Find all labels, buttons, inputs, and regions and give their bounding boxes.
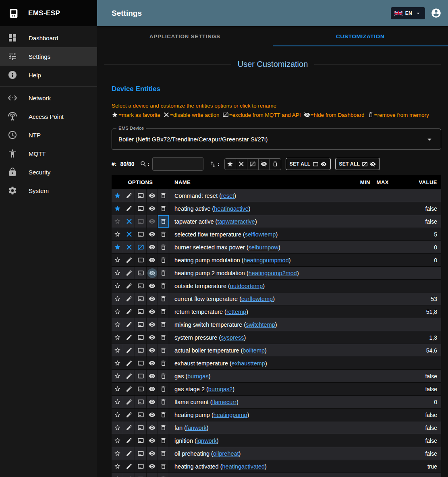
remove-toggle[interactable] (158, 202, 169, 215)
mqtt-exclude-toggle[interactable] (135, 409, 147, 421)
visibility-toggle[interactable] (147, 434, 158, 447)
entity-row[interactable]: fan (fanwork)false (112, 421, 441, 434)
favorite-toggle[interactable] (112, 421, 123, 434)
entity-row[interactable]: tapwater active (tapwateractive)false (112, 215, 441, 228)
favorite-toggle[interactable] (112, 357, 123, 369)
entity-id-link[interactable]: heatingactivated (222, 463, 265, 470)
entity-name[interactable]: oil preheating (oilpreheat) (169, 450, 353, 457)
favorite-toggle[interactable] (112, 267, 123, 279)
entity-id-link[interactable]: syspress (221, 334, 244, 341)
entity-name[interactable]: current flow temperature (curflowtemp) (169, 296, 353, 302)
entity-id-link[interactable]: heatingpump2mod (249, 270, 297, 276)
write-action-toggle[interactable] (123, 344, 135, 357)
entity-name[interactable]: tapwater active (tapwateractive) (169, 218, 353, 225)
tab-application-settings[interactable]: APPLICATION SETTINGS (97, 26, 273, 46)
set-all-show-button[interactable]: SET ALL (286, 158, 331, 170)
entity-id-link[interactable]: exhausttemp (232, 360, 265, 367)
entity-row[interactable]: Command: reset (reset) (112, 189, 441, 202)
entity-row[interactable]: gas (burngas)false (112, 369, 441, 382)
mqtt-exclude-toggle[interactable] (135, 305, 147, 318)
entity-row[interactable] (112, 473, 441, 477)
remove-toggle[interactable] (158, 228, 169, 241)
filter-favorite-button[interactable] (224, 158, 236, 170)
visibility-toggle[interactable] (147, 318, 158, 331)
entity-id-link[interactable]: heatingpump (214, 412, 247, 418)
favorite-toggle[interactable] (112, 344, 123, 357)
mqtt-exclude-toggle[interactable] (135, 228, 147, 241)
mqtt-exclude-toggle[interactable] (135, 447, 147, 460)
visibility-toggle[interactable] (147, 396, 158, 408)
write-action-toggle[interactable] (123, 280, 135, 292)
favorite-toggle[interactable] (112, 228, 123, 241)
tab-customization[interactable]: CUSTOMIZATION (273, 26, 448, 46)
entity-row[interactable]: system pressure (syspress)1,3 (112, 331, 441, 344)
mqtt-exclude-toggle[interactable] (135, 318, 147, 331)
write-action-toggle[interactable] (123, 331, 135, 344)
entity-id-link[interactable]: boiltemp (243, 347, 265, 354)
remove-toggle[interactable] (158, 434, 169, 447)
filter-write-button[interactable] (236, 158, 247, 170)
entity-name[interactable]: gas (burngas) (169, 373, 353, 380)
entity-name[interactable]: outside temperature (outdoortemp) (169, 283, 353, 289)
mqtt-exclude-toggle[interactable] (135, 344, 147, 357)
write-action-toggle[interactable] (123, 228, 135, 241)
favorite-toggle[interactable] (112, 241, 123, 253)
entity-row[interactable]: ignition (ignwork)false (112, 434, 441, 447)
visibility-toggle[interactable] (147, 305, 158, 318)
write-action-toggle[interactable] (123, 215, 135, 228)
remove-toggle[interactable] (158, 396, 169, 408)
entity-name[interactable]: heating active (heatingactive) (169, 205, 353, 212)
write-action-toggle[interactable] (123, 409, 135, 421)
write-action-toggle[interactable] (123, 460, 135, 473)
entity-name[interactable]: fan (fanwork) (169, 425, 353, 431)
entity-row[interactable]: heating pump (heatingpump)false (112, 408, 441, 421)
write-action-toggle[interactable] (123, 421, 135, 434)
entity-name[interactable]: ignition (ignwork) (169, 438, 353, 444)
entity-id-link[interactable]: fanwork (186, 425, 207, 431)
favorite-toggle[interactable] (112, 383, 123, 395)
entity-name[interactable]: flame current (flamecurr) (169, 399, 353, 405)
remove-toggle[interactable] (158, 370, 169, 382)
remove-toggle[interactable] (158, 357, 169, 369)
mqtt-exclude-toggle[interactable] (135, 254, 147, 266)
favorite-toggle[interactable] (112, 370, 123, 382)
sidebar-item-access-point[interactable]: Access Point (0, 107, 97, 126)
remove-toggle[interactable] (158, 409, 169, 421)
entity-name[interactable]: heating pump 2 modulation (heatingpump2m… (169, 270, 353, 276)
visibility-toggle[interactable] (147, 292, 158, 305)
mqtt-exclude-toggle[interactable] (135, 189, 147, 202)
remove-toggle[interactable] (158, 267, 169, 279)
sidebar-item-mqtt[interactable]: MQTT (0, 144, 97, 163)
favorite-toggle[interactable] (112, 254, 123, 266)
favorite-toggle[interactable] (112, 202, 123, 215)
mqtt-exclude-toggle[interactable] (135, 357, 147, 369)
entity-row[interactable]: oil preheating (oilpreheat)false (112, 447, 441, 460)
entity-id-link[interactable]: oilpreheat (213, 450, 239, 457)
favorite-toggle[interactable] (112, 396, 123, 408)
visibility-toggle[interactable] (147, 228, 158, 241)
mqtt-exclude-toggle[interactable] (135, 421, 147, 434)
mqtt-exclude-toggle[interactable] (135, 267, 147, 279)
entity-id-link[interactable]: flamecurr (212, 399, 236, 405)
entity-row[interactable]: heating activated (heatingactivated)true (112, 460, 441, 473)
sidebar-item-help[interactable]: Help (0, 66, 97, 84)
entity-row[interactable]: heating active (heatingactive)false (112, 202, 441, 215)
write-action-toggle[interactable] (123, 434, 135, 447)
favorite-toggle[interactable] (112, 292, 123, 305)
account-icon[interactable] (431, 8, 442, 19)
mqtt-exclude-toggle[interactable] (135, 292, 147, 305)
entity-name[interactable]: heating pump modulation (heatingpumpmod) (169, 257, 353, 263)
entity-row[interactable]: outside temperature (outdoortemp) (112, 279, 441, 292)
sidebar-item-dashboard[interactable]: Dashboard (0, 29, 97, 47)
sidebar-item-ntp[interactable]: NTP (0, 126, 97, 144)
entity-row[interactable]: flame current (flamecurr)0 (112, 395, 441, 408)
ems-device-select[interactable]: EMS Device Boiler (Nefit GBx72/Trendline… (112, 129, 441, 150)
visibility-toggle[interactable] (147, 421, 158, 434)
write-action-toggle[interactable] (123, 473, 135, 477)
remove-toggle[interactable] (158, 344, 169, 357)
entity-id-link[interactable]: selburnpow (249, 244, 278, 251)
visibility-toggle[interactable] (147, 280, 158, 292)
write-action-toggle[interactable] (123, 189, 135, 202)
visibility-toggle[interactable] (147, 215, 158, 228)
favorite-toggle[interactable] (112, 280, 123, 292)
